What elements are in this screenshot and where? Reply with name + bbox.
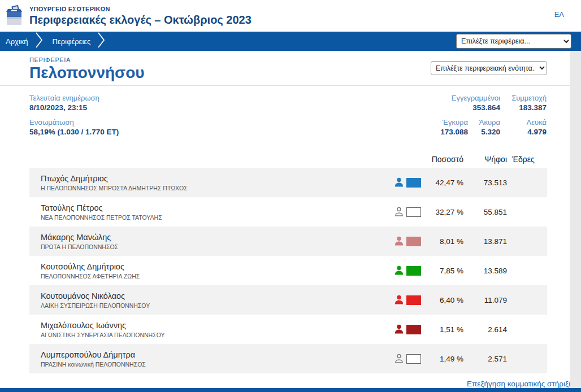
candidate-person-icon [393,236,405,247]
percent-value: 8,01 % [423,237,463,246]
candidate-name: Κουτσούλης Δημήτριος [41,262,366,271]
candidate-cell: Λυμπεροπούλου Δήμητρα ΠΡΑΣΙΝΗ κοινωνική … [29,350,366,368]
stats-left: Τελευταία ενημέρωση 8/10/2023, 23:15 Ενσ… [29,94,119,136]
invalid-label: Άκυρα [468,118,500,127]
result-row: Τατούλης Πέτρος ΝΕΑ ΠΕΛΟΠΟΝΝΗΣΟΣ ΠΕΤΡΟΣ … [29,197,547,227]
breadcrumb-bar: Αρχική Περιφέρειες Επιλέξτε περιφέρεια..… [0,32,581,51]
party-name: Η ΠΕΛΟΠΟΝΝΗΣΟΣ ΜΠΡΟΣΤΑ ΔΗΜΗΤΡΗΣ ΠΤΩΧΟΣ [41,185,366,191]
result-row: Πτωχός Δημήτριος Η ΠΕΛΟΠΟΝΝΗΣΟΣ ΜΠΡΟΣΤΑ … [29,168,547,197]
votes-column-header: Ψήφοι [463,155,507,164]
candidate-person-icon [393,265,405,276]
party-icons-cell [366,177,423,188]
last-update-stat: Τελευταία ενημέρωση 8/10/2023, 23:15 [29,94,119,112]
party-icons-cell [366,324,423,335]
last-update-label: Τελευταία ενημέρωση [29,94,119,102]
last-update-value: 8/10/2023, 23:15 [29,103,119,112]
percent-value: 1,51 % [423,325,463,334]
percent-value: 6,40 % [423,296,463,304]
result-row: Μιχαλόπουλος Ιωάννης ΑΓΩΝΙΣΤΙΚΗ ΣΥΝΕΡΓΑΣ… [29,315,547,344]
invalid-stat: Άκυρα 5.320 [468,118,500,136]
registered-value: 353.864 [426,103,500,112]
result-row: Λυμπεροπούλου Δήμητρα ΠΡΑΣΙΝΗ κοινωνική … [29,344,547,373]
chevron-right-icon [97,32,106,51]
candidate-name: Τατούλης Πέτρος [41,203,366,212]
valid-label: Έγκυρα [440,118,468,127]
regional-unit-select[interactable]: Επιλέξτε περιφερειακή ενότητα... [431,61,547,75]
result-row: Κουτσούλης Δημήτριος ΠΕΛΟΠΟΝΝΗΣΟΣ ΑΦΕΤΗΡ… [29,256,547,285]
party-name: ΠΕΛΟΠΟΝΝΗΣΟΣ ΑΦΕΤΗΡΙΑ ΖΩΗΣ [41,273,366,280]
participation-stat: Συμμετοχή 183.387 [500,94,547,112]
ministry-label: ΥΠΟΥΡΓΕΙΟ ΕΣΩΤΕΡΙΚΩΝ [29,6,252,12]
party-name: ΠΡΩΤΑ Η ΠΕΛΟΠΟΝΝΗΣΟΣ [41,243,366,250]
invalid-value: 5.320 [468,128,500,136]
candidate-person-icon [393,206,405,217]
candidate-person-icon [393,324,405,335]
candidate-name: Μάκαρης Μανώλης [41,233,366,242]
integration-value: 58,19% (1.030 / 1.770 ΕΤ) [29,128,119,136]
page-title-section: ΠΕΡΙΦΕΡΕΙΑ Πελοποννήσου Επιλέξτε περιφερ… [0,51,581,86]
party-name: ΛΑΪΚΗ ΣΥΣΠΕΙΡΩΣΗ ΠΕΛΟΠΟΝΝΗΣΟΥ [41,302,366,309]
legend-link-row: Επεξήγηση κομματικής στήριξης [29,378,576,389]
candidate-cell: Μάκαρης Μανώλης ΠΡΩΤΑ Η ΠΕΛΟΠΟΝΝΗΣΟΣ [29,233,366,250]
results-rows: Πτωχός Δημήτριος Η ΠΕΛΟΠΟΝΝΗΣΟΣ ΜΠΡΟΣΤΑ … [29,168,547,373]
party-icons-cell [366,353,423,364]
party-color-swatch-icon [406,237,421,246]
votes-value: 55.851 [463,208,507,216]
votes-value: 13.589 [463,267,507,275]
page-background-strip [570,51,581,388]
results-table: Ποσοστό Ψήφοι Έδρες Πτωχός Δημήτριος Η Π… [0,151,581,389]
stats-section: Τελευταία ενημέρωση 8/10/2023, 23:15 Ενσ… [0,86,581,143]
registered-label: Εγγεγραμμένοι [426,94,500,102]
breadcrumb-home[interactable]: Αρχική [0,37,35,46]
candidate-cell: Τατούλης Πέτρος ΝΕΑ ΠΕΛΟΠΟΝΝΗΣΟΣ ΠΕΤΡΟΣ … [29,203,366,221]
chevron-right-icon [35,32,44,51]
party-color-swatch-icon [406,354,421,364]
party-icons-cell [366,236,423,247]
candidate-cell: Κουτουμάνος Νικόλαος ΛΑΪΚΗ ΣΥΣΠΕΙΡΩΣΗ ΠΕ… [29,291,366,309]
site-title: Περιφερειακές εκλογές – Οκτώβριος 2023 [29,14,252,27]
party-color-swatch-icon [406,207,421,217]
party-support-legend-link[interactable]: Επεξήγηση κομματικής στήριξης [467,380,576,388]
party-color-swatch-icon [406,295,421,305]
breadcrumb-regions[interactable]: Περιφέρειες [47,37,98,46]
header-titles: ΥΠΟΥΡΓΕΙΟ ΕΣΩΤΕΡΙΚΩΝ Περιφερειακές εκλογ… [29,5,252,27]
language-toggle[interactable]: ΕΛ [554,10,564,19]
votes-value: 13.871 [463,237,507,246]
votes-value: 11.079 [463,296,507,304]
candidate-name: Πτωχός Δημήτριος [41,174,366,183]
page: ΥΠΟΥΡΓΕΙΟ ΕΣΩΤΕΡΙΚΩΝ Περιφερειακές εκλογ… [0,0,581,392]
region-select[interactable]: Επιλέξτε περιφέρεια... [456,34,571,49]
integration-label: Ενσωμάτωση [29,118,119,127]
integration-stat: Ενσωμάτωση 58,19% (1.030 / 1.770 ΕΤ) [29,118,119,136]
votes-value: 2.614 [463,325,507,334]
participation-label: Συμμετοχή [500,94,547,102]
candidate-name: Κουτουμάνος Νικόλαος [41,291,366,300]
candidate-cell: Κουτσούλης Δημήτριος ΠΕΛΟΠΟΝΝΗΣΟΣ ΑΦΕΤΗΡ… [29,262,366,280]
percent-value: 1,49 % [423,355,463,363]
results-header: Ποσοστό Ψήφοι Έδρες [29,151,547,168]
party-color-swatch-icon [406,178,421,188]
stats-right: Εγγεγραμμένοι 353.864 Συμμετοχή 183.387 … [426,94,547,136]
blank-value: 4.979 [500,128,547,136]
valid-value: 173.088 [440,128,468,136]
party-icons-cell [366,206,423,217]
seats-column-header: Έδρες [507,155,547,164]
percent-value: 42,47 % [423,178,463,187]
candidate-cell: Πτωχός Δημήτριος Η ΠΕΛΟΠΟΝΝΗΣΟΣ ΜΠΡΟΣΤΑ … [29,174,366,191]
party-name: ΝΕΑ ΠΕΛΟΠΟΝΝΗΣΟΣ ΠΕΤΡΟΣ ΤΑΤΟΥΛΗΣ [41,214,366,221]
party-icons-cell [366,294,423,306]
percent-value: 32,27 % [423,208,463,216]
party-color-swatch-icon [406,266,421,276]
valid-stat: Έγκυρα 173.088 [440,118,468,136]
candidate-name: Λυμπεροπούλου Δήμητρα [41,350,366,359]
percent-value: 7,85 % [423,267,463,275]
party-name: ΠΡΑΣΙΝΗ κοινωνική ΠΕΛΟΠΟΝΝΗΣΟΣ [41,361,366,368]
percent-column-header: Ποσοστό [423,155,463,164]
votes-value: 73.513 [463,178,507,187]
result-row: Κουτουμάνος Νικόλαος ΛΑΪΚΗ ΣΥΣΠΕΙΡΩΣΗ ΠΕ… [29,285,547,315]
party-icons-cell [366,265,423,276]
blank-label: Λευκά [500,118,547,127]
candidate-cell: Μιχαλόπουλος Ιωάννης ΑΓΩΝΙΣΤΙΚΗ ΣΥΝΕΡΓΑΣ… [29,321,366,338]
blank-stat: Λευκά 4.979 [500,118,547,136]
votes-value: 2.571 [463,355,507,363]
